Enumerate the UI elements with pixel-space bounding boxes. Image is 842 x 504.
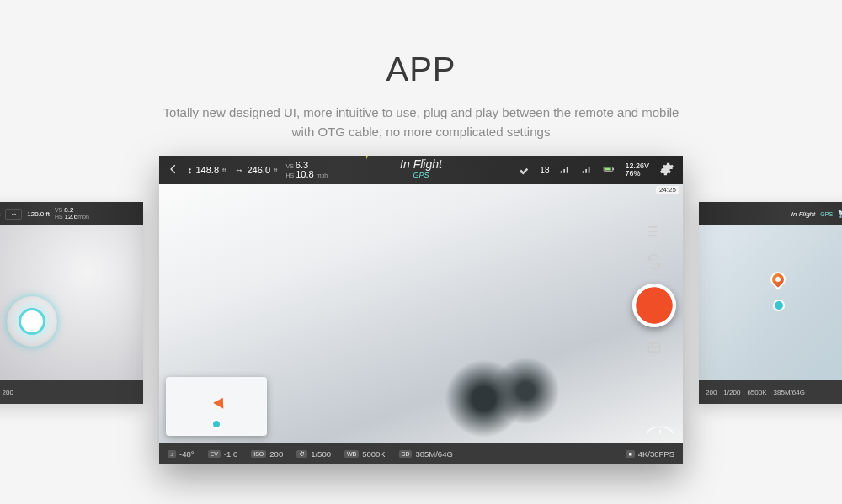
- iso-value: 200: [3, 389, 13, 396]
- wb-value[interactable]: 5000K: [362, 449, 385, 459]
- shutter-value: 1/200: [723, 389, 740, 396]
- video-mode-value[interactable]: 4K/30FPS: [638, 449, 674, 459]
- shutter-tag: ⏱: [296, 450, 307, 458]
- drone-dot-icon: [211, 419, 221, 429]
- wb-tag: WB: [344, 450, 359, 458]
- gimbal-indicator-icon: [646, 419, 674, 438]
- page-title: APP: [0, 50, 842, 88]
- gps-label: GPS: [820, 211, 833, 217]
- record-button[interactable]: [632, 284, 676, 327]
- drone-heading-icon: [213, 395, 228, 409]
- ev-value[interactable]: -1.0: [224, 449, 237, 459]
- iso-value: 200: [706, 389, 717, 396]
- flight-status: In Flight: [159, 157, 683, 171]
- gimbal-angle[interactable]: -48°: [179, 449, 195, 459]
- wb-value: 6500K: [747, 389, 766, 396]
- distance-icon: ↔: [5, 209, 22, 220]
- mini-map[interactable]: [166, 377, 267, 436]
- gps-label: GPS: [159, 171, 683, 179]
- flight-status: In Flight: [791, 210, 815, 218]
- drone-dot-icon: [773, 300, 785, 311]
- iso-value[interactable]: 200: [269, 449, 283, 459]
- page-subtitle: Totally new designed UI, more intuitive …: [0, 103, 842, 141]
- phone-panel-controller: ↕ 60.4 ft ↔ 120.0 ft VS 8.2 HS 12.6mph -…: [0, 202, 143, 404]
- mode-switch-icon[interactable]: [646, 253, 663, 272]
- phone-panel-map: In Flight GPS 📡 15 ▁▃▅ 200 1/200 6500K 3…: [699, 202, 842, 404]
- playback-icon[interactable]: [646, 339, 663, 358]
- camera-settings-icon[interactable]: [646, 223, 663, 241]
- distance-value: 120.0 ft: [27, 210, 50, 218]
- iso-tag: ISO: [251, 450, 266, 458]
- gimbal-tag: ⟂: [168, 450, 176, 458]
- flight-timer: 24:25: [656, 186, 679, 194]
- storage-value: 385M/64G: [774, 389, 805, 396]
- storage-tag: SD: [399, 450, 413, 458]
- phone-panel-camera: ↕ 148.8 ft ↔ 246.0 ft VS 6.3 HS 10.8 mph…: [159, 156, 683, 464]
- shutter-value[interactable]: 1/500: [311, 449, 331, 459]
- storage-value[interactable]: 385M/64G: [415, 449, 452, 459]
- satellite-icon: 📡: [838, 210, 842, 218]
- virtual-joystick[interactable]: [7, 296, 57, 347]
- ev-tag: EV: [208, 450, 221, 458]
- hs-value: 12.6: [65, 213, 78, 220]
- home-pin-icon: [767, 268, 788, 289]
- video-tag: ■: [626, 450, 634, 458]
- camera-live-view[interactable]: 24:25: [159, 184, 683, 443]
